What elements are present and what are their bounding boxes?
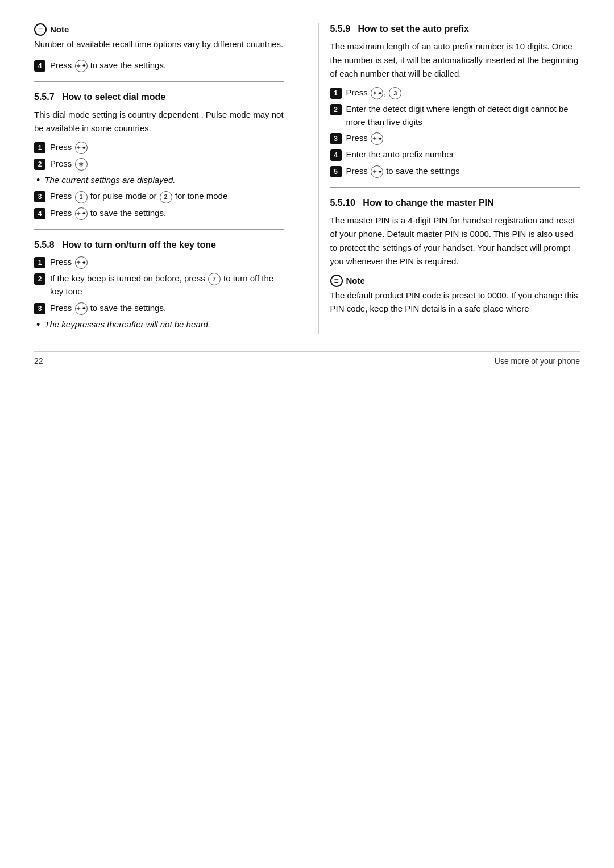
num3-icon-559-1: 3 (389, 87, 401, 99)
section-557-steps: 1 Press ✦ 2 Press • The current settings (34, 141, 284, 220)
step-text-save: Press ✦ to save the settings. (50, 59, 284, 72)
step-num-558-3: 3 (34, 303, 45, 314)
step-text-558-bullet: The keypresses thereafter will not be he… (44, 318, 284, 331)
step-text-559-2: Enter the detect digit where length of d… (346, 103, 580, 128)
step-num-557-1: 1 (34, 142, 45, 153)
footer-right: Use more of your phone (495, 356, 580, 366)
step-557-3: 3 Press 1 for pulse mode or 2 for tone m… (34, 190, 284, 203)
page-number: 22 (34, 356, 43, 366)
step-557-1: 1 Press ✦ (34, 141, 284, 154)
step-num-558-1: 1 (34, 257, 45, 268)
divider-558 (34, 229, 284, 230)
step-num-559-1: 1 (330, 88, 342, 99)
step-558-3: 3 Press ✦ to save the settings. (34, 302, 284, 315)
section-559: 5.5.9 How to set the auto prefix The max… (330, 23, 580, 178)
step-557-2: 2 Press (34, 157, 284, 171)
step-558-2: 2 If the key beep is turned on before, p… (34, 272, 284, 298)
section-558-steps: 1 Press ✦ 2 If the key beep is turned on… (34, 256, 284, 331)
step-557-4: 4 Press ✦ to save the settings. (34, 207, 284, 220)
step-text-559-4: Enter the auto prefix number (346, 148, 580, 161)
section-5510: 5.5.10 How to change the master PIN The … (330, 197, 580, 315)
note-label: Note (50, 24, 69, 34)
step-num-559-2: 2 (330, 104, 342, 115)
step-text-557-bullet: The current settings are displayed. (44, 174, 284, 187)
step-559-2: 2 Enter the detect digit where length of… (330, 103, 580, 128)
step-num-559-4: 4 (330, 149, 342, 161)
step-559-1: 1 Press ✦, 3 (330, 86, 580, 99)
step-text-557-3: Press 1 for pulse mode or 2 for tone mod… (50, 190, 284, 203)
right-column: 5.5.9 How to set the auto prefix The max… (318, 23, 580, 334)
step-num-559-5: 5 (330, 166, 342, 177)
step-text-559-5: Press ✦ to save the settings (346, 165, 580, 178)
section-557-body: This dial mode setting is country depend… (34, 108, 284, 135)
step-num-557-2: 2 (34, 159, 45, 170)
note-block-5510: ≡ Note The default product PIN code is p… (330, 274, 580, 315)
pulse-icon-557-3: 1 (75, 191, 88, 203)
step-559-3: 3 Press ✦ (330, 132, 580, 145)
divider-557 (34, 81, 284, 82)
step-text-557-2: Press (50, 157, 284, 171)
step-text-559-3: Press ✦ (346, 132, 580, 145)
step-text-558-3: Press ✦ to save the settings. (50, 302, 284, 315)
nav-icon-559-3: ✦ (371, 132, 383, 145)
step-558-1: 1 Press ✦ (34, 256, 284, 269)
step-text-558-1: Press ✦ (50, 256, 284, 269)
note-icon-5510: ≡ (330, 275, 343, 287)
star-icon-557-2 (75, 158, 88, 171)
section-558-title: 5.5.8 How to turn on/turn off the key to… (34, 239, 284, 251)
left-column: ≡ Note Number of available recall time o… (34, 23, 296, 334)
step-num-4-save: 4 (34, 60, 45, 72)
step-num-558-2: 2 (34, 273, 45, 285)
step-559-5: 5 Press ✦ to save the settings (330, 165, 580, 178)
step-text-557-1: Press ✦ (50, 141, 284, 154)
nav-icon-559-1: ✦ (371, 87, 383, 99)
note-block-top: ≡ Note Number of available recall time o… (34, 23, 284, 51)
step-num-557-4: 4 (34, 208, 45, 219)
section-5510-body: The master PIN is a 4-digit PIN for hand… (330, 214, 580, 268)
nav-icon-559-5: ✦ (371, 165, 383, 178)
step-559-4: 4 Enter the auto prefix number (330, 148, 580, 161)
step-558-bullet: • The keypresses thereafter will not be … (34, 318, 284, 331)
section-557-title: 5.5.7 How to select dial mode (34, 91, 284, 103)
nav-icon-557-1: ✦ (75, 142, 88, 154)
page-layout: ≡ Note Number of available recall time o… (34, 23, 580, 334)
note-text-5510: The default product PIN code is preset t… (330, 289, 580, 315)
nav-icon-557-4: ✦ (75, 207, 88, 220)
divider-5510 (330, 187, 580, 188)
nav-icon-558-1: ✦ (75, 256, 88, 269)
note-label-5510: Note (346, 276, 365, 285)
section-557: 5.5.7 How to select dial mode This dial … (34, 91, 284, 220)
bullet-dot-557: • (36, 175, 40, 185)
num7-icon-558-2: 7 (208, 273, 221, 285)
page-footer: 22 Use more of your phone (34, 351, 580, 366)
section-559-title: 5.5.9 How to set the auto prefix (330, 23, 580, 35)
section-559-body: The maximum length of an auto prefix num… (330, 40, 580, 81)
step-text-557-4: Press ✦ to save the settings. (50, 207, 284, 220)
step-text-559-1: Press ✦, 3 (346, 86, 580, 99)
nav-icon-558-3: ✦ (75, 302, 88, 315)
section-5510-title: 5.5.10 How to change the master PIN (330, 197, 580, 209)
section-558: 5.5.8 How to turn on/turn off the key to… (34, 239, 284, 331)
note-text: Number of available recall time options … (34, 38, 284, 51)
step-save-settings: 4 Press ✦ to save the settings. (34, 59, 284, 72)
step-num-557-3: 3 (34, 191, 45, 202)
step-num-559-3: 3 (330, 133, 342, 144)
nav-icon-save: ✦ (75, 60, 88, 72)
tone-icon-557-3: 2 (160, 191, 172, 203)
step-text-558-2: If the key beep is turned on before, pre… (50, 272, 284, 298)
section-559-steps: 1 Press ✦, 3 2 Enter the detect digit wh… (330, 86, 580, 178)
note-icon: ≡ (34, 23, 47, 36)
step-557-bullet: • The current settings are displayed. (34, 174, 284, 187)
bullet-dot-558: • (36, 319, 40, 330)
